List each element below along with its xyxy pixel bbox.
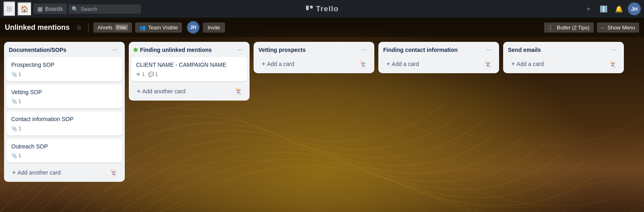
active-dot [134,48,138,52]
add-card-label: Add a card [267,61,294,67]
card-meta-c5: 👁 1💬 1 [136,72,242,77]
trello-wordmark: Trello [316,4,339,13]
show-menu-label: Show Menu [607,25,635,31]
notifications-button[interactable]: 🔔 [613,2,625,15]
card-template-button-col-1[interactable]: 🃏 [107,167,120,178]
plus-icon: + [262,60,265,68]
boards-button[interactable]: ▦ Boards [33,4,67,14]
card-title-c2: Vetting SOP [11,89,118,97]
info-button[interactable]: ℹ️ [597,2,610,15]
card-template-button-col-2[interactable]: 🃏 [232,86,245,97]
attachment-icon: 📎 1 [11,126,21,132]
grid-icon[interactable]: ⊞ [3,1,16,16]
create-button[interactable]: ＋ [582,2,595,15]
search-box[interactable]: 🔍 Search [68,4,141,14]
member-avatar-jh[interactable]: JH [187,21,200,34]
column-header-col-1: Documentation/SOPs··· [4,42,125,57]
column-title-col-4: Finding contact information [383,47,484,53]
add-card-row-col-5: + Add a card🃏 [506,57,621,73]
card-meta-c1: 📎 1 [11,72,118,77]
plus-icon: + [137,88,140,95]
add-card-button-col-2[interactable]: + Add another card [134,85,189,97]
boards-label: Boards [45,6,63,12]
trello-logo: Trello [305,4,339,13]
visibility-label: Team Visible [148,25,178,31]
plus-icon: + [511,60,515,68]
workspace-plan-badge: Free [115,25,128,30]
topbar-right-actions: ＋ ℹ️ 🔔 JH [582,2,641,15]
attachment-icon: 📎 1 [11,72,21,77]
column-menu-col-4[interactable]: ··· [484,46,494,54]
card-title-c3: Contact information SOP [11,115,118,123]
card-template-button-col-5[interactable]: 🃏 [606,59,619,70]
column-col-3: Vetting prospects···+ Add a card🃏 [254,42,374,73]
search-icon: 🔍 [72,6,78,12]
board-title: Unlinked mentions [5,23,70,32]
add-card-row-col-4: + Add a card🃏 [381,57,497,73]
butler-icon: 🎩 [548,25,555,31]
column-col-2: Finding unlinked mentions···CLIENT NAME … [129,42,250,101]
user-avatar[interactable]: JH [628,2,641,15]
add-card-row-col-2: + Add another card🃏 [131,84,247,101]
add-card-button-col-1[interactable]: + Add another card [9,167,64,179]
column-menu-col-1[interactable]: ··· [110,46,120,54]
add-card-row-col-1: + Add another card🃏 [6,166,122,182]
add-card-button-col-5[interactable]: + Add a card [508,58,547,70]
boards-icon: ▦ [37,6,43,12]
svg-rect-1 [310,6,313,9]
show-menu-button[interactable]: ··· Show Menu [597,23,640,33]
card-c2[interactable]: Vetting SOP📎 1 [6,84,122,109]
column-title-col-1: Documentation/SOPs [9,47,110,53]
add-card-row-col-3: + Add a card🃏 [256,57,372,73]
card-template-button-col-3[interactable]: 🃏 [357,59,369,70]
column-title-col-2: Finding unlinked mentions [140,47,235,53]
card-c5[interactable]: CLIENT NAME - CAMPAIGN NAME👁 1💬 1 [131,57,247,81]
column-body-col-3: + Add a card🃏 [254,57,374,73]
column-body-col-1: Prospecting SOP📎 1Vetting SOP📎 1Contact … [4,57,125,182]
column-body-col-2: CLIENT NAME - CAMPAIGN NAME👁 1💬 1+ Add a… [129,57,250,101]
column-col-4: Finding contact information···+ Add a ca… [378,42,499,73]
attachment-icon: 📎 1 [11,99,21,104]
member-avatars: JH [187,21,200,34]
team-icon: 👥 [139,25,146,31]
card-meta-c4: 📎 1 [11,153,118,158]
columns-area: Documentation/SOPs···Prospecting SOP📎 1V… [0,37,644,212]
card-c1[interactable]: Prospecting SOP📎 1 [6,57,122,81]
add-card-label: Add another card [142,88,185,95]
card-template-button-col-4[interactable]: 🃏 [481,59,494,70]
card-title-c4: Outreach SOP [11,143,118,151]
home-icon[interactable]: 🏠 [17,2,32,16]
add-card-label: Add another card [17,169,60,176]
visibility-button[interactable]: 👥 Team Visible [135,23,182,33]
butler-button[interactable]: 🎩 Butler (2 Tips) [544,23,594,33]
invite-button[interactable]: Invite [203,23,225,33]
plus-icon: + [12,169,16,176]
butler-label: Butler (2 Tips) [557,25,590,31]
column-menu-col-5[interactable]: ··· [609,46,619,54]
star-button[interactable]: ☆ [74,22,83,33]
divider-1 [88,23,89,31]
add-card-button-col-3[interactable]: + Add a card [258,58,297,70]
card-c3[interactable]: Contact information SOP📎 1 [6,111,122,136]
add-card-label: Add a card [516,61,544,67]
column-header-col-2: Finding unlinked mentions··· [129,42,250,57]
column-title-col-3: Vetting prospects [258,47,359,53]
add-card-button-col-4[interactable]: + Add a card [383,58,422,70]
watch-icon: 👁 1 [136,72,145,77]
column-menu-col-3[interactable]: ··· [359,46,369,54]
card-meta-c2: 📎 1 [11,99,118,104]
add-card-label: Add a card [392,61,419,67]
column-body-col-5: + Add a card🃏 [503,57,624,73]
topbar: ⊞ 🏠 ▦ Boards 🔍 Search Trello ＋ ℹ️ 🔔 JH [0,0,644,18]
column-title-col-5: Send emails [508,47,609,53]
column-col-5: Send emails···+ Add a card🃏 [503,42,624,73]
attachment-icon: 📎 1 [11,153,21,158]
workspace-button[interactable]: Ahrefs Free [93,23,132,33]
boardbar: Unlinked mentions ☆ Ahrefs Free 👥 Team V… [0,18,644,37]
card-meta-c3: 📎 1 [11,126,118,132]
boardbar-right: 🎩 Butler (2 Tips) ··· Show Menu [544,23,639,33]
column-body-col-4: + Add a card🃏 [378,57,499,73]
column-header-col-4: Finding contact information··· [378,42,499,57]
column-menu-col-2[interactable]: ··· [235,46,245,54]
card-c4[interactable]: Outreach SOP📎 1 [6,139,122,163]
